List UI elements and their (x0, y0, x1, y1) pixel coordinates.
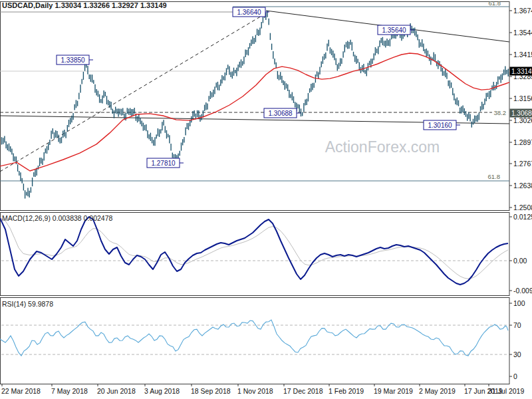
trading-chart-window: ActionForex.com 1.366401.338501.356401.3… (0, 0, 532, 399)
indicator-axis-label: 0.012599 (513, 213, 532, 221)
badge-text: 1.33149 (511, 68, 532, 75)
price-badge-1.30680: 1.30680 (510, 109, 532, 118)
time-axis-label: 1 Feb 2019 (329, 387, 364, 395)
rsi-group (0, 320, 509, 356)
time-axis-label: 19 Mar 2019 (374, 387, 413, 395)
time-axis-label: 1 Nov 2018 (237, 387, 273, 395)
price-label-1.36640: 1.36640 (233, 7, 269, 17)
price-label-1.30160: 1.30160 (424, 120, 460, 130)
fib-label: 61.8 (489, 0, 501, 7)
time-axis[interactable]: 22 Mar 20187 May 201820 Jun 20183 Aug 20… (1, 384, 524, 396)
macd-group (0, 217, 509, 285)
ascending-dashed-trendline (0, 13, 266, 172)
price-label-1.35640: 1.35640 (378, 25, 414, 35)
time-axis-label: 20 Jun 2018 (97, 387, 136, 395)
price-label-1.33850: 1.33850 (57, 55, 93, 65)
rsi-pane-border (1, 298, 510, 384)
label-text: 1.30160 (428, 122, 452, 129)
indicator-axis-label: -0.00979 (513, 287, 532, 295)
macd-main-line (0, 217, 508, 285)
price-axis-label: 1.25085 (513, 203, 532, 211)
time-axis-label: 18 Sep 2018 (191, 387, 231, 395)
price-badge-1.33149: 1.33149 (510, 67, 532, 76)
price-axis-label: 1.35445 (513, 29, 532, 37)
macd-indicator-label: MACD(12,26,9) 0.003838 0.002478 (2, 214, 113, 222)
price-label-1.27810: 1.27810 (147, 158, 184, 168)
price-axis-label: 1.36740 (513, 7, 532, 15)
chart-canvas[interactable]: ActionForex.com 1.366401.338501.356401.3… (0, 0, 532, 399)
price-axis-label: 1.34150 (513, 51, 532, 59)
indicator-axis-label: 0 (513, 372, 517, 380)
price-axis[interactable]: 1.367401.354451.341501.328551.315601.302… (509, 7, 532, 211)
label-text: 1.36640 (237, 9, 261, 16)
price-axis-label: 1.27675 (513, 160, 532, 168)
rsi-indicator-label: RSI(14) 59.9878 (2, 300, 53, 308)
macd-signal-line (0, 218, 508, 279)
price-axis-label: 1.28970 (513, 138, 532, 146)
label-text: 1.30688 (268, 110, 293, 117)
fib-label: 38.2 (494, 109, 507, 116)
fib-label: 61.8 (488, 173, 501, 180)
time-axis-label: 7 May 2018 (51, 387, 88, 395)
price-pane-border (1, 2, 510, 211)
label-text: 1.33850 (61, 57, 85, 64)
time-axis-label: 31 Jul 2019 (488, 387, 524, 395)
indicator-axis-label: 100 (513, 299, 525, 307)
time-axis-label: 17 Dec 2018 (283, 387, 323, 395)
price-label-1.30688: 1.30688 (264, 108, 301, 118)
chart-title-ohlc: USDCAD,Daily 1.33034 1.33266 1.32927 1.3… (2, 1, 167, 9)
badge-text: 1.30680 (511, 110, 532, 117)
label-text: 1.35640 (382, 27, 406, 34)
candles-group (2, 11, 509, 199)
price-axis-label: 1.26380 (513, 182, 532, 190)
time-axis-label: 2 May 2019 (419, 387, 456, 395)
indicator-axis-label: 70 (513, 321, 521, 329)
time-axis-label: 22 Mar 2018 (1, 387, 41, 395)
actionforex-watermark: ActionForex.com (325, 138, 440, 156)
price-axis-label: 1.31560 (513, 94, 532, 102)
indicator-axes[interactable]: 0.0125990.00-0.0097910070300 (509, 213, 532, 380)
time-axis-label: 3 Aug 2018 (144, 387, 180, 395)
indicator-axis-label: 30 (513, 350, 521, 358)
label-text: 1.27810 (151, 160, 176, 167)
indicator-axis-label: 0.00 (513, 257, 527, 265)
